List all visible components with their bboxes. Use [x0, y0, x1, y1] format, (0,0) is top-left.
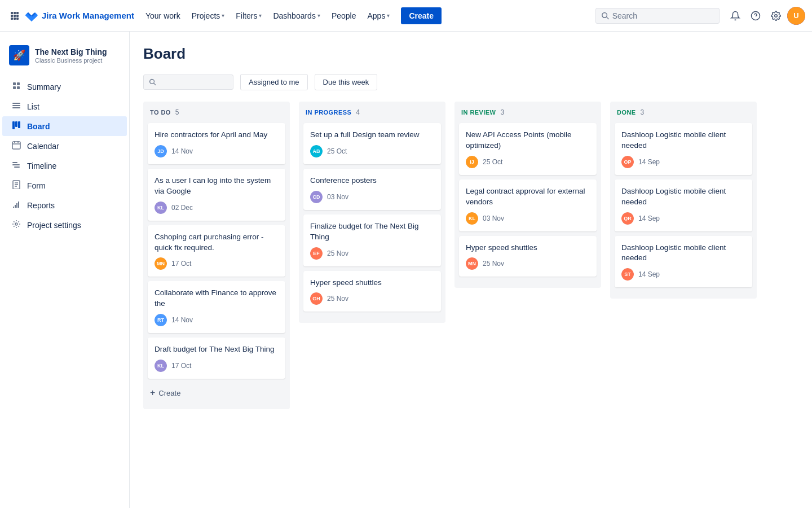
- card-todo-2[interactable]: As a user I can log into the system via …: [148, 169, 285, 221]
- sidebar-item-form[interactable]: Form: [2, 176, 127, 195]
- card-meta: JD 14 Nov: [155, 145, 279, 157]
- card-meta: OP 14 Sep: [621, 156, 745, 168]
- svg-rect-6: [11, 17, 13, 20]
- card-inprogress-2[interactable]: Conference posters CD 03 Nov: [303, 169, 441, 210]
- sidebar: 🚀 The Next Big Thing Classic Business pr…: [0, 32, 130, 508]
- card-avatar: RT: [155, 314, 167, 326]
- nav-your-work[interactable]: Your work: [141, 8, 185, 24]
- column-title-inprogress: IN PROGRESS: [306, 109, 351, 116]
- card-todo-3[interactable]: Cshoping cart purchasing error - quick f…: [148, 225, 285, 277]
- notifications-button[interactable]: [726, 7, 744, 25]
- svg-rect-19: [15, 121, 17, 127]
- sidebar-item-reports[interactable]: Reports: [2, 195, 127, 215]
- card-avatar: EF: [310, 247, 323, 260]
- card-avatar: IJ: [466, 156, 478, 168]
- card-title: As a user I can log into the system via …: [155, 176, 279, 197]
- column-title-inreview: IN REVIEW: [461, 109, 496, 116]
- card-meta: MN 17 Oct: [155, 257, 279, 270]
- card-date: 14 Sep: [638, 214, 660, 222]
- card-inreview-3[interactable]: Hyper speed shuttles MN 25 Nov: [459, 236, 597, 277]
- sidebar-item-timeline[interactable]: Timeline: [2, 156, 127, 176]
- page-title: Board: [143, 45, 798, 63]
- help-button[interactable]: [747, 7, 765, 25]
- card-inreview-2[interactable]: Legal contract approval for external ven…: [459, 179, 597, 231]
- sidebar-label-timeline: Timeline: [27, 161, 56, 170]
- search-input[interactable]: [612, 11, 713, 20]
- nav-filters[interactable]: Filters ▾: [231, 8, 266, 24]
- column-inreview: IN REVIEW 3 New API Access Points (mobil…: [454, 102, 601, 288]
- card-meta: AB 25 Oct: [310, 145, 434, 157]
- create-button[interactable]: Create: [401, 7, 442, 24]
- filters-chevron-icon: ▾: [259, 12, 262, 19]
- sidebar-label-board: Board: [27, 122, 50, 131]
- sidebar-item-summary[interactable]: Summary: [2, 77, 127, 97]
- board-search-input[interactable]: [159, 78, 227, 86]
- card-inprogress-3[interactable]: Finalize budget for The Next Big Thing E…: [303, 214, 441, 266]
- card-meta: ST 14 Sep: [621, 268, 745, 281]
- card-meta: KL 02 Dec: [155, 202, 279, 214]
- board-columns: TO DO 5 Hire contractors for April and M…: [143, 102, 798, 409]
- card-avatar: QR: [621, 212, 634, 225]
- column-header-inreview: IN REVIEW 3: [459, 108, 597, 116]
- nav-apps[interactable]: Apps ▾: [363, 8, 395, 24]
- card-date: 14 Nov: [171, 316, 193, 324]
- nav-people[interactable]: People: [327, 8, 361, 24]
- card-inprogress-1[interactable]: Set up a full Design team review AB 25 O…: [303, 123, 441, 164]
- list-icon: [11, 101, 21, 112]
- card-meta: GH 25 Nov: [310, 292, 434, 305]
- sidebar-item-project-settings[interactable]: Project settings: [2, 215, 127, 235]
- dashboards-chevron-icon: ▾: [317, 12, 320, 19]
- project-type: Classic Business project: [35, 57, 120, 64]
- card-meta: KL 03 Nov: [466, 212, 590, 225]
- svg-point-26: [15, 223, 17, 225]
- topnav-actions: U: [726, 7, 805, 25]
- card-todo-1[interactable]: Hire contractors for April and May JD 14…: [148, 123, 285, 164]
- settings-button[interactable]: [767, 7, 785, 25]
- card-title: Finalize budget for The Next Big Thing: [310, 221, 434, 243]
- card-date: 25 Nov: [483, 260, 504, 268]
- card-title: Dashloop Logistic mobile client needed: [621, 130, 745, 151]
- search-box[interactable]: [595, 8, 720, 24]
- card-done-2[interactable]: Dashloop Logistic mobile client needed Q…: [615, 179, 752, 231]
- project-info: The Next Big Thing Classic Business proj…: [35, 47, 120, 64]
- card-date: 14 Nov: [171, 147, 193, 155]
- nav-dashboards[interactable]: Dashboards ▾: [268, 8, 325, 24]
- user-avatar[interactable]: U: [787, 7, 805, 25]
- grid-menu-icon[interactable]: [7, 8, 23, 24]
- svg-rect-16: [12, 105, 20, 106]
- nav-projects[interactable]: Projects ▾: [187, 8, 230, 24]
- card-meta: EF 25 Nov: [310, 247, 434, 260]
- project-icon: 🚀: [9, 45, 29, 65]
- svg-rect-5: [16, 15, 19, 17]
- card-todo-4[interactable]: Collaborate with Finance to approve the …: [148, 281, 285, 333]
- summary-icon: [11, 81, 21, 92]
- card-date: 14 Sep: [638, 270, 660, 278]
- card-done-3[interactable]: Dashloop Logistic mobile client needed S…: [615, 236, 752, 288]
- logo[interactable]: Jira Work Management: [25, 9, 134, 23]
- sidebar-item-list[interactable]: List: [2, 97, 127, 116]
- sidebar-label-reports: Reports: [27, 201, 55, 210]
- card-meta: KL 17 Oct: [155, 360, 279, 372]
- column-title-done: DONE: [617, 109, 636, 116]
- card-title: Set up a full Design team review: [310, 130, 434, 141]
- card-todo-5[interactable]: Draft budget for The Next Big Thing KL 1…: [148, 338, 285, 379]
- sidebar-item-board[interactable]: Board: [2, 116, 127, 136]
- card-inreview-1[interactable]: New API Access Points (mobile optimized)…: [459, 123, 597, 175]
- card-done-1[interactable]: Dashloop Logistic mobile client needed O…: [615, 123, 752, 175]
- create-card-row[interactable]: + Create: [148, 383, 285, 402]
- svg-rect-15: [12, 103, 20, 104]
- plus-icon: +: [150, 388, 155, 398]
- projects-chevron-icon: ▾: [222, 12, 224, 19]
- svg-rect-24: [14, 167, 20, 168]
- due-this-week-button[interactable]: Due this week: [315, 74, 378, 90]
- svg-rect-13: [13, 86, 16, 89]
- svg-rect-20: [18, 121, 20, 128]
- sidebar-item-calendar[interactable]: Calendar: [2, 136, 127, 156]
- card-inprogress-4[interactable]: Hyper speed shuttles GH 25 Nov: [303, 271, 441, 312]
- assigned-to-me-button[interactable]: Assigned to me: [240, 74, 308, 90]
- board-search-box[interactable]: [143, 75, 233, 90]
- card-avatar: JD: [155, 145, 167, 157]
- sidebar-label-summary: Summary: [27, 82, 61, 91]
- svg-rect-22: [12, 162, 17, 163]
- card-avatar: KL: [155, 360, 167, 372]
